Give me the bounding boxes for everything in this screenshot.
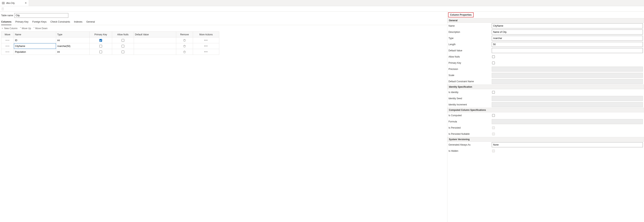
column-name-input[interactable]	[14, 43, 56, 49]
cell-pk[interactable]	[90, 38, 112, 43]
cell-default[interactable]	[134, 43, 176, 49]
prop-label-default-value: Default Value	[448, 49, 492, 52]
new-column-label: New Column	[4, 27, 18, 30]
editor-tab-dbo-city[interactable]: dbo.City ✕	[0, 0, 29, 6]
prop-label-precision: Precision	[448, 68, 492, 70]
trash-icon[interactable]	[183, 39, 186, 42]
chevron-down-icon: ˅	[34, 27, 34, 30]
cell-more[interactable]: •••	[193, 38, 219, 43]
cell-default[interactable]	[134, 38, 176, 43]
group-system: System Versioning	[447, 137, 644, 142]
prop-label-primary-key: Primary Key	[448, 62, 492, 64]
tab-primary-key[interactable]: Primary Key	[15, 19, 28, 25]
grid-header-name: Name	[14, 32, 56, 38]
column-type-input[interactable]	[57, 50, 88, 53]
column-pk-checkbox[interactable]	[100, 45, 102, 48]
cell-pk[interactable]	[90, 43, 112, 49]
cell-pk[interactable]	[90, 49, 112, 55]
column-pk-checkbox[interactable]	[100, 39, 102, 42]
column-pk-checkbox[interactable]	[100, 50, 102, 53]
chevron-up-icon: ˄	[20, 27, 21, 30]
cell-default[interactable]	[134, 49, 176, 55]
column-default-input[interactable]	[135, 50, 175, 53]
column-name-input[interactable]	[15, 50, 55, 53]
more-actions-icon[interactable]: •••	[204, 50, 208, 53]
prop-input-length[interactable]	[492, 42, 643, 47]
prop-check-is-persisted-nullable	[492, 132, 495, 135]
more-actions-icon[interactable]: •••	[204, 39, 208, 42]
tab-general[interactable]: General	[86, 19, 95, 25]
cell-more[interactable]: •••	[193, 49, 219, 55]
drag-handle-icon[interactable]: ══	[6, 44, 10, 48]
cell-allow-nulls[interactable]	[112, 43, 134, 49]
table-row[interactable]: ══•••	[1, 38, 219, 43]
prop-label-formula: Formula	[448, 120, 492, 123]
cell-move: ══	[1, 38, 14, 43]
move-down-button[interactable]: ˅ Move Down	[34, 27, 48, 30]
cell-name[interactable]	[14, 38, 56, 43]
prop-input-name[interactable]	[492, 23, 643, 28]
prop-label-identity-seed: Identity Seed	[448, 97, 492, 100]
prop-input-generated-always[interactable]	[492, 142, 643, 147]
prop-check-is-identity[interactable]	[492, 91, 495, 94]
column-allow-nulls-checkbox[interactable]	[122, 39, 124, 42]
mini-toolbar	[0, 6, 644, 12]
tab-columns[interactable]: Columns	[1, 19, 12, 25]
trash-icon[interactable]	[183, 44, 186, 47]
column-default-input[interactable]	[135, 45, 175, 48]
prop-input-description[interactable]	[492, 30, 643, 34]
prop-check-allow-nulls[interactable]	[492, 56, 495, 58]
tab-foreign-keys[interactable]: Foreign Keys	[32, 19, 47, 25]
column-allow-nulls-checkbox[interactable]	[122, 45, 124, 48]
cell-type[interactable]	[56, 43, 89, 49]
cell-move: ══	[1, 43, 14, 49]
editor-tabbar: dbo.City ✕	[0, 0, 644, 6]
more-actions-icon[interactable]: •••	[204, 45, 208, 48]
move-down-label: Move Down	[35, 27, 48, 30]
table-row[interactable]: ══•••	[1, 49, 219, 55]
cell-remove[interactable]	[176, 38, 193, 43]
tab-indexes[interactable]: Indexes	[74, 19, 82, 25]
group-identity: Identity Specification	[447, 84, 644, 89]
prop-check-is-persisted	[492, 126, 495, 129]
properties-pane: Column Properties General Name Descripti…	[447, 12, 644, 222]
prop-check-primary-key[interactable]	[492, 62, 495, 64]
cell-remove[interactable]	[176, 43, 193, 49]
prop-label-description: Description	[448, 31, 492, 34]
cell-remove[interactable]	[176, 49, 193, 55]
designer-section-tabs: Columns Primary Key Foreign Keys Check C…	[1, 19, 447, 25]
cell-name[interactable]	[14, 49, 56, 55]
table-name-label: Table name	[1, 14, 13, 17]
cell-type[interactable]	[56, 49, 89, 55]
cell-more[interactable]: •••	[193, 43, 219, 49]
cell-allow-nulls[interactable]	[112, 38, 134, 43]
column-name-input[interactable]	[15, 39, 55, 42]
table-row[interactable]: ══•••	[1, 43, 219, 49]
grid-header-remove: Remove	[176, 32, 193, 38]
cell-allow-nulls[interactable]	[112, 49, 134, 55]
column-default-input[interactable]	[135, 39, 175, 42]
prop-readonly-scale	[492, 73, 643, 78]
editor-tab-label: dbo.City	[6, 2, 15, 4]
prop-input-default-value[interactable]	[492, 48, 643, 53]
prop-check-is-computed[interactable]	[492, 114, 495, 117]
new-column-button[interactable]: ＋ New Column	[1, 27, 18, 30]
prop-label-name: Name	[448, 24, 492, 27]
prop-input-type[interactable]	[492, 36, 643, 41]
column-type-input[interactable]	[57, 45, 88, 48]
close-icon[interactable]: ✕	[25, 2, 27, 4]
cell-name[interactable]	[14, 43, 56, 49]
script-icon[interactable]	[2, 8, 4, 10]
prop-check-is-hidden	[492, 150, 495, 152]
move-up-button[interactable]: ˄ Move Up	[20, 27, 31, 30]
trash-icon[interactable]	[183, 50, 186, 53]
column-allow-nulls-checkbox[interactable]	[122, 50, 124, 53]
tab-check-constraints[interactable]: Check Constraints	[50, 19, 70, 25]
drag-handle-icon[interactable]: ══	[6, 38, 10, 42]
svg-rect-0	[2, 2, 4, 4]
column-type-input[interactable]	[57, 39, 88, 42]
table-name-input[interactable]	[14, 13, 68, 18]
prop-label-allow-nulls: Allow Nulls	[448, 56, 492, 58]
cell-type[interactable]	[56, 38, 89, 43]
drag-handle-icon[interactable]: ══	[6, 50, 10, 53]
